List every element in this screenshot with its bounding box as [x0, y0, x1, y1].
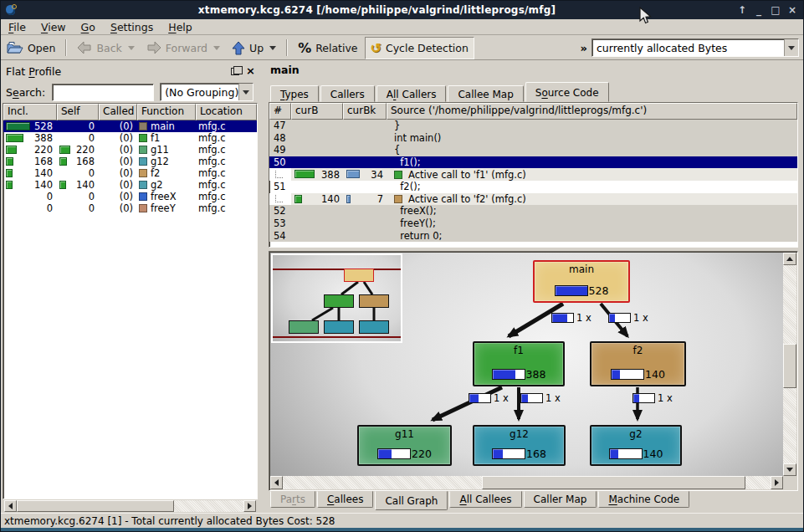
column-header-location[interactable]: Location — [196, 104, 257, 120]
scroll-up-button[interactable] — [783, 253, 796, 265]
graph-node-g2[interactable]: g2140 — [590, 425, 682, 466]
edge-label-f1-g12: 1 x — [520, 392, 561, 404]
table-row-g12[interactable]: 168168(0)g12mfg.c — [3, 156, 257, 167]
column-header-curb[interactable]: curB — [291, 103, 343, 120]
table-row-f1[interactable]: 3880(0)f1mfg.c — [3, 132, 257, 144]
tab-call-graph[interactable]: Call Graph — [375, 491, 448, 510]
tab-machine-code[interactable]: Machine Code — [598, 491, 689, 508]
search-input[interactable] — [52, 84, 154, 101]
grouping-combobox[interactable]: (No Grouping) — [160, 83, 253, 101]
vertical-splitter[interactable] — [259, 60, 265, 513]
source-cost-row[interactable]: 38834Active call to 'f1' (mfg.c) — [269, 168, 797, 181]
source-cost-row[interactable]: 1407Active call to 'f2' (mfg.c) — [269, 193, 797, 206]
source-line-row[interactable]: 50 f1(); — [269, 156, 797, 169]
scrollbar-thumb[interactable] — [783, 344, 796, 388]
title-bar: xtmemory.kcg.6274 [/home/philippe/valgri… — [1, 1, 803, 19]
scroll-right-icon — [248, 503, 252, 509]
up-dropdown-icon[interactable] — [269, 46, 276, 50]
scroll-left-button[interactable] — [4, 500, 17, 512]
toolbar-overflow-button[interactable]: » — [576, 42, 591, 54]
column-header-incl[interactable]: Incl. — [3, 104, 57, 120]
table-row-f2[interactable]: 1400(0)f2mfg.c — [3, 167, 257, 179]
tab-types[interactable]: Types — [270, 85, 319, 102]
menu-settings[interactable]: Settings — [103, 20, 161, 34]
graph-node-g12[interactable]: g12168 — [473, 425, 566, 466]
forward-dropdown-icon[interactable] — [213, 46, 220, 50]
graph-node-g11[interactable]: g11220 — [357, 425, 452, 466]
tab-all-callees[interactable]: All Callees — [449, 491, 521, 508]
graph-node-f1[interactable]: f1388 — [473, 341, 565, 386]
source-line-row[interactable]: 51 f2(); — [269, 181, 797, 193]
curbk-bar — [346, 170, 360, 178]
cycle-detection-button[interactable]: ↺ Cycle Detection — [365, 37, 474, 59]
graph-overview-map[interactable] — [271, 253, 402, 343]
back-dropdown-icon[interactable] — [128, 46, 135, 50]
tab-caller-map[interactable]: Caller Map — [524, 491, 597, 508]
graph-vscrollbar[interactable] — [783, 253, 796, 476]
scrollbar-thumb[interactable] — [17, 500, 174, 512]
shade-button[interactable]: ↑ — [736, 2, 748, 18]
table-row-g11[interactable]: 220220(0)g11mfg.c — [3, 144, 257, 156]
call-graph-viewport[interactable]: main528f1388f2140g11220g12168g2140 1 x1 … — [270, 253, 783, 476]
column-header-curbk[interactable]: curBk — [343, 103, 387, 120]
scroll-left-button[interactable] — [270, 476, 283, 489]
source-line-row[interactable]: 49{ — [269, 144, 797, 156]
table-row-main[interactable]: 5280(0)mainmfg.c — [3, 120, 257, 132]
edge-cost-fill — [469, 394, 479, 402]
menu-view[interactable]: View — [33, 20, 74, 34]
tab-all-callers[interactable]: All Callers — [376, 85, 447, 102]
called-value: (0) — [120, 202, 137, 214]
close-button[interactable]: × — [786, 2, 798, 18]
source-line-row[interactable]: 47} — [269, 120, 797, 132]
curbk-bar — [346, 195, 351, 203]
event-type-combobox[interactable]: currently allocated Bytes — [591, 38, 799, 57]
source-line-row[interactable]: 54 return 0; — [269, 229, 797, 242]
tab-callee-map[interactable]: Callee Map — [448, 85, 523, 102]
dock-close-icon[interactable]: × — [246, 67, 255, 75]
source-line-row[interactable]: 53 freeY(); — [269, 217, 797, 230]
edge-label-main-f2: 1 x — [608, 312, 648, 324]
column-header-#[interactable]: # — [269, 103, 291, 120]
table-row-freeY[interactable]: 00(0)freeYmfg.c — [3, 202, 257, 214]
scroll-right-button[interactable] — [243, 500, 256, 512]
table-row-freeX[interactable]: 00(0)freeXmfg.c — [3, 191, 257, 202]
source-code-view: #curBcurBkSource ('/home/philippe/valgri… — [269, 102, 798, 248]
graph-hscrollbar[interactable] — [270, 476, 783, 489]
overview-node — [324, 294, 354, 308]
menu-go[interactable]: Go — [74, 20, 103, 34]
menu-help[interactable]: Help — [161, 20, 200, 34]
graph-node-f2[interactable]: f2140 — [590, 341, 686, 386]
back-button[interactable]: Back — [72, 38, 139, 57]
grouping-dropdown-button[interactable] — [238, 84, 253, 100]
minimize-button[interactable]: _ — [753, 2, 765, 18]
search-row: Search: (No Grouping) — [6, 82, 257, 102]
tab-callees[interactable]: Callees — [317, 491, 373, 508]
self-value: 140 — [76, 179, 99, 191]
relative-toggle-button[interactable]: % Relative — [293, 38, 362, 59]
column-header-called[interactable]: Called — [99, 104, 137, 120]
column-header-function[interactable]: Function — [137, 104, 196, 120]
node-cost-bar — [492, 369, 525, 380]
combo-dropdown-button[interactable] — [784, 39, 798, 56]
scrollbar-thumb[interactable] — [482, 476, 745, 489]
location-value: mfg.c — [196, 167, 226, 179]
table-row-g2[interactable]: 140140(0)g2mfg.c — [3, 179, 257, 191]
curb-value: 140 — [321, 193, 343, 205]
dock-float-icon[interactable] — [231, 68, 239, 75]
up-button[interactable]: Up — [227, 38, 281, 58]
open-button[interactable]: Open — [2, 38, 60, 57]
column-header-source[interactable]: Source ('/home/philippe/valgrind/littlep… — [387, 103, 797, 120]
graph-node-main[interactable]: main528 — [533, 260, 630, 303]
source-line-row[interactable]: 52 freeX(); — [269, 205, 797, 217]
source-line-row[interactable]: 48int main() — [269, 132, 797, 145]
scroll-right-button[interactable] — [771, 476, 783, 489]
flat-profile-hscrollbar[interactable] — [4, 500, 256, 512]
maximize-button[interactable]: □ — [770, 2, 781, 18]
tab-source-code[interactable]: Source Code — [525, 82, 609, 102]
scroll-down-button[interactable] — [783, 463, 796, 476]
menu-file[interactable]: File — [1, 20, 33, 34]
forward-button[interactable]: Forward — [141, 38, 225, 57]
incl-cell: 0 — [3, 202, 57, 214]
column-header-self[interactable]: Self — [57, 104, 99, 120]
tab-callers[interactable]: Callers — [320, 85, 375, 102]
